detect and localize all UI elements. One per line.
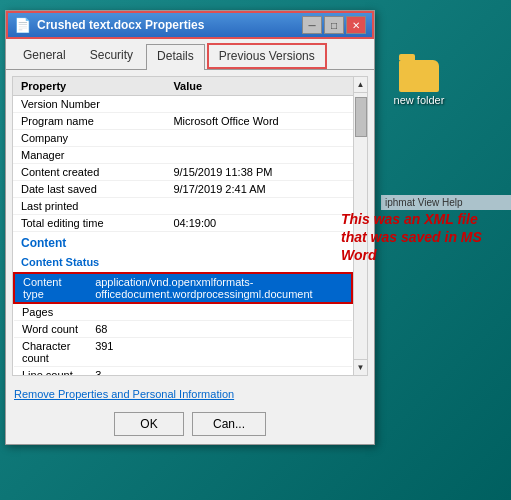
table-row: Manager: [13, 147, 353, 164]
prop-name: Program name: [13, 113, 165, 130]
tab-general[interactable]: General: [12, 43, 77, 69]
prop-name: Date last saved: [13, 181, 165, 198]
prop-name: Total editing time: [13, 215, 165, 232]
prop-value: 68: [87, 321, 352, 338]
tab-bar: General Security Details Previous Versio…: [6, 39, 374, 70]
maximize-button[interactable]: □: [324, 16, 344, 34]
scroll-thumb[interactable]: [355, 97, 367, 137]
properties-window: 📄 Crushed text.docx Properties ─ □ ✕ Gen…: [5, 10, 375, 445]
tab-security[interactable]: Security: [79, 43, 144, 69]
prop-value: [165, 130, 353, 147]
prop-name: Line count: [14, 367, 87, 376]
title-controls: ─ □ ✕: [302, 16, 366, 34]
content-section-header: Content: [13, 232, 353, 254]
content-status-header: Content Status: [13, 254, 353, 272]
folder-label: new folder: [394, 94, 445, 106]
desktop-folder: new folder: [387, 60, 451, 106]
annotation-bubble: This was an XML file that was saved in M…: [341, 210, 501, 265]
prop-value: [165, 96, 353, 113]
prop-value: application/vnd.openxmlformats-officedoc…: [87, 273, 352, 303]
remove-properties-link[interactable]: Remove Properties and Personal Informati…: [14, 388, 234, 400]
table-row: Content created 9/15/2019 11:38 PM: [13, 164, 353, 181]
prop-value: 391: [87, 338, 352, 367]
table-row: Word count 68: [14, 321, 352, 338]
col-property: Property: [13, 77, 165, 96]
table-row: Total editing time 04:19:00: [13, 215, 353, 232]
prop-name: Word count: [14, 321, 87, 338]
content-inner: Property Value Version Number Program na…: [13, 77, 353, 375]
prop-name: Character count: [14, 338, 87, 367]
prop-value: [165, 147, 353, 164]
table-row: Last printed: [13, 198, 353, 215]
table-row: Company: [13, 130, 353, 147]
prop-name: Content type: [14, 273, 87, 303]
table-row: Character count 391: [14, 338, 352, 367]
title-bar-left: 📄 Crushed text.docx Properties: [14, 17, 204, 33]
table-row: Pages: [14, 303, 352, 321]
close-button[interactable]: ✕: [346, 16, 366, 34]
table-row: Line count 3: [14, 367, 352, 376]
properties-table-2: Content type application/vnd.openxmlform…: [13, 272, 353, 375]
annotation-text: This was an XML file that was saved in M…: [341, 211, 482, 263]
prop-value: [165, 198, 353, 215]
desktop-app-strip: iphmat View Help: [381, 195, 511, 210]
app-strip-text: iphmat View Help: [385, 197, 463, 208]
properties-table: Property Value Version Number Program na…: [13, 77, 353, 232]
ok-button[interactable]: OK: [114, 412, 184, 436]
title-bar: 📄 Crushed text.docx Properties ─ □ ✕: [6, 11, 374, 39]
minimize-button[interactable]: ─: [302, 16, 322, 34]
bottom-link-container: Remove Properties and Personal Informati…: [6, 382, 374, 406]
desktop: new folder iphmat View Help 📄 Crushed te…: [0, 0, 511, 500]
prop-value: 3: [87, 367, 352, 376]
footer: OK Can...: [6, 406, 374, 444]
scroll-down-arrow[interactable]: ▼: [354, 359, 367, 375]
prop-name: Version Number: [13, 96, 165, 113]
prop-value: [87, 303, 352, 321]
prop-name: Pages: [14, 303, 87, 321]
folder-icon: [399, 60, 439, 92]
prop-name: Company: [13, 130, 165, 147]
table-row: Program name Microsoft Office Word: [13, 113, 353, 130]
prop-value: Microsoft Office Word: [165, 113, 353, 130]
prop-name: Content created: [13, 164, 165, 181]
prop-value: 9/17/2019 2:41 AM: [165, 181, 353, 198]
table-row: Version Number: [13, 96, 353, 113]
col-value: Value: [165, 77, 353, 96]
scroll-up-arrow[interactable]: ▲: [354, 77, 367, 93]
table-row: Date last saved 9/17/2019 2:41 AM: [13, 181, 353, 198]
tab-previous-versions[interactable]: Previous Versions: [207, 43, 327, 69]
prop-value: 04:19:00: [165, 215, 353, 232]
cancel-button[interactable]: Can...: [192, 412, 266, 436]
prop-name: Last printed: [13, 198, 165, 215]
window-title: Crushed text.docx Properties: [37, 18, 204, 32]
window-icon: 📄: [14, 17, 31, 33]
prop-name: Manager: [13, 147, 165, 164]
selected-row[interactable]: Content type application/vnd.openxmlform…: [14, 273, 352, 303]
prop-value: 9/15/2019 11:38 PM: [165, 164, 353, 181]
content-area: Property Value Version Number Program na…: [12, 76, 368, 376]
tab-details[interactable]: Details: [146, 44, 205, 70]
